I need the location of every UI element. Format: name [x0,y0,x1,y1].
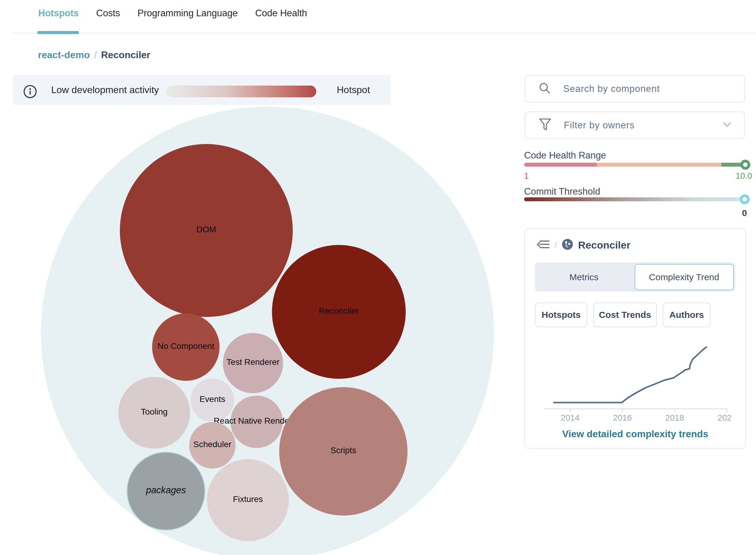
info-icon[interactable] [23,85,37,100]
chevron-down-icon [722,122,731,129]
owner-filter-label: Filter by owners [564,120,635,131]
x-axis-tick-label: 2016 [613,413,632,422]
code-health-low-segment [524,163,597,167]
bubble-reconciler[interactable]: Reconciler [272,245,406,379]
code-health-range-slider[interactable] [524,163,749,167]
code-health-slider-thumb[interactable] [740,160,750,170]
bubble-test-renderer[interactable]: Test Renderer [223,333,283,393]
bubble-dom[interactable]: DOM [120,144,293,317]
breadcrumb: react-demo / Reconciler [38,49,150,60]
git-branch-icon [562,239,573,251]
commit-threshold-value: 0 [729,208,747,218]
x-axis-tick-label: 2018 [665,413,684,422]
breadcrumb-project-link[interactable]: react-demo [38,49,90,60]
bubble-scheduler[interactable]: Scheduler [189,422,235,469]
nav-divider [12,33,756,34]
collapse-back-icon[interactable] [536,239,550,251]
top-nav: Hotspots Costs Programming Language Code… [38,8,307,19]
commit-threshold-slider-thumb[interactable] [740,194,750,204]
complexity-trend-chart: 2014201620182020 [541,340,731,424]
bubble-label: DOM [196,225,216,234]
search-icon [539,82,551,96]
cost-trends-button[interactable]: Cost Trends [593,302,657,327]
breadcrumb-current: Reconciler [101,49,150,60]
commit-threshold-slider[interactable] [524,197,749,201]
authors-button[interactable]: Authors [663,302,711,327]
hotspots-button[interactable]: Hotspots [535,302,587,327]
owner-filter-dropdown[interactable]: Filter by owners [525,112,745,139]
bubble-label: Scheduler [193,440,231,449]
bubble-label: Reconciler [319,306,359,316]
tab-hotspots[interactable]: Hotspots [38,8,79,19]
bubble-tooling[interactable]: Tooling [118,377,190,449]
bubble-label: Events [199,394,225,404]
search-input[interactable]: Search by component [525,75,745,102]
bubble-label: Tooling [141,407,168,417]
breadcrumb-separator: / [94,49,97,60]
detail-card-header: / Reconciler [536,239,630,251]
bubble-label: Test Renderer [226,357,279,367]
bubble-label: Fixtures [233,495,263,504]
view-complexity-trends-link[interactable]: View detailed complexity trends [525,428,746,440]
commit-threshold-label: Commit Threshold [524,186,600,197]
x-axis-tick-label: 2014 [561,413,579,422]
bubble-label: Scripts [330,445,356,455]
search-placeholder: Search by component [563,83,660,94]
bubble-fixtures[interactable]: Fixtures [207,459,289,541]
bubble-label: packages [146,485,186,496]
tab-metrics[interactable]: Metrics [535,262,633,292]
bubble-label: No Component [158,341,214,351]
code-health-range-label: Code Health Range [524,150,606,161]
active-tab-underline [37,31,79,34]
component-detail-card: / Reconciler Metrics Complexity Trend Ho… [524,228,746,449]
hotspot-gradient-scale [166,86,316,97]
code-health-max-value: 10.0 [723,171,752,181]
bubble-events[interactable]: Events [191,378,234,422]
tab-costs[interactable]: Costs [96,8,120,19]
legend-low-label: Low development activity [51,75,159,105]
card-component-title: Reconciler [578,239,630,251]
filter-funnel-icon [539,118,552,133]
x-axis-tick-label: 2020 [717,413,731,422]
tab-programming-language[interactable]: Programming Language [138,8,238,19]
complexity-trend-line [554,347,706,402]
tab-code-health[interactable]: Code Health [255,8,307,19]
tab-complexity-trend[interactable]: Complexity Trend [635,264,734,290]
card-tab-group: Metrics Complexity Trend [535,262,735,292]
card-breadcrumb-separator: / [554,240,557,250]
code-health-min-value: 1 [524,171,529,181]
bubble-react-native-renderer[interactable]: React Native Renderer [230,396,283,448]
bubble-packages[interactable]: packages [127,453,205,530]
code-health-mid-segment [597,163,721,167]
card-action-buttons: Hotspots Cost Trends Authors [535,302,711,327]
bubble-scripts[interactable]: Scripts [279,387,407,516]
bubble-no-component[interactable]: No Component [152,313,220,381]
legend-high-label: Hotspot [337,75,370,105]
